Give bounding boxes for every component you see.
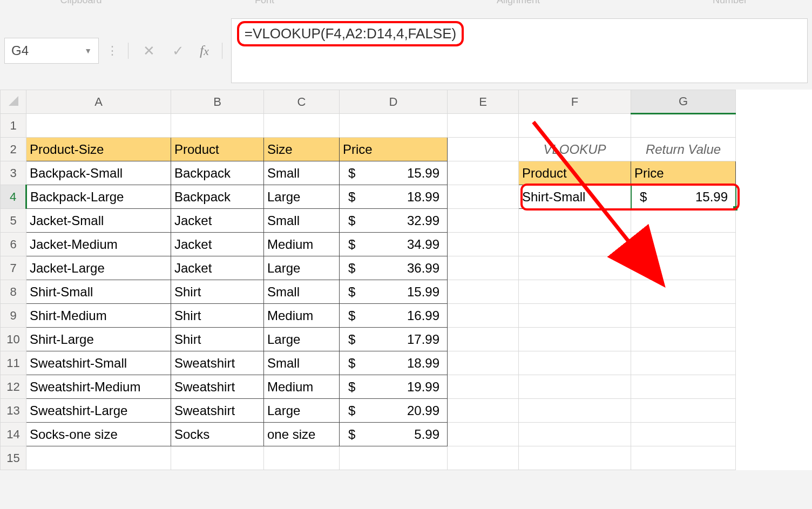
cell[interactable] (519, 304, 631, 328)
col-header-D[interactable]: D (340, 90, 448, 114)
cell[interactable] (631, 446, 736, 470)
cell[interactable] (519, 328, 631, 351)
lookup-value[interactable]: Shirt-Small (519, 185, 631, 209)
row-3[interactable]: 3Backpack-SmallBackpackSmall$15.99Produc… (1, 161, 736, 185)
cell-product-size[interactable]: Backpack-Small (26, 161, 171, 185)
cell[interactable] (631, 256, 736, 280)
cell[interactable] (264, 446, 340, 470)
enter-icon[interactable]: ✓ (166, 39, 190, 63)
cell[interactable] (631, 423, 736, 446)
price-cell[interactable]: $17.99 (340, 328, 448, 351)
cell[interactable] (519, 423, 631, 446)
cell[interactable] (631, 328, 736, 351)
row-header-14[interactable]: 14 (1, 423, 26, 446)
price-cell[interactable]: $18.99 (340, 351, 448, 375)
cell-size[interactable]: Small (264, 161, 340, 185)
cell-product-size[interactable]: Jacket-Large (26, 256, 171, 280)
row-header-12[interactable]: 12 (1, 375, 26, 399)
row-9[interactable]: 9Shirt-MediumShirtMedium$16.99 (1, 304, 736, 328)
cell[interactable] (519, 375, 631, 399)
cell[interactable] (448, 328, 519, 351)
cell-product-size[interactable]: Shirt-Small (26, 280, 171, 304)
cell-size[interactable]: Small (264, 209, 340, 233)
cell-product[interactable]: Jacket (171, 209, 264, 233)
cell[interactable] (448, 185, 519, 209)
price-cell[interactable]: $18.99 (340, 185, 448, 209)
col-header-A[interactable]: A (26, 90, 171, 114)
cell-size[interactable]: Large (264, 256, 340, 280)
cell-size[interactable]: Large (264, 399, 340, 423)
cell[interactable] (448, 233, 519, 256)
result-cell-G4[interactable]: $15.99 (631, 185, 736, 209)
cell[interactable] (519, 399, 631, 423)
cancel-icon[interactable]: ✕ (137, 39, 161, 63)
row-header-7[interactable]: 7 (1, 256, 26, 280)
cell[interactable] (631, 209, 736, 233)
cell[interactable] (631, 233, 736, 256)
row-header-11[interactable]: 11 (1, 351, 26, 375)
cell[interactable] (448, 161, 519, 185)
row-header-1[interactable]: 1 (1, 114, 26, 138)
cell-product[interactable]: Socks (171, 423, 264, 446)
row-header-6[interactable]: 6 (1, 233, 26, 256)
cell-product-size[interactable]: Backpack-Large (26, 185, 171, 209)
cell[interactable] (519, 209, 631, 233)
row-5[interactable]: 5Jacket-SmallJacketSmall$32.99 (1, 209, 736, 233)
cell-product-size[interactable]: Jacket-Small (26, 209, 171, 233)
price-cell[interactable]: $15.99 (340, 280, 448, 304)
cell[interactable] (448, 114, 519, 138)
cell-product[interactable]: Shirt (171, 280, 264, 304)
cell-size[interactable]: Medium (264, 233, 340, 256)
row-header-8[interactable]: 8 (1, 280, 26, 304)
cell[interactable] (171, 446, 264, 470)
select-all-corner[interactable] (1, 90, 26, 114)
cell[interactable] (631, 399, 736, 423)
cell[interactable] (26, 114, 171, 138)
row-header-13[interactable]: 13 (1, 399, 26, 423)
row-15[interactable]: 15 (1, 446, 736, 470)
fx-icon[interactable]: fx (195, 43, 213, 59)
cell[interactable] (171, 114, 264, 138)
row-12[interactable]: 12Sweatshirt-MediumSweatshirtMedium$19.9… (1, 375, 736, 399)
header-price[interactable]: Price (340, 138, 448, 161)
cell-product-size[interactable]: Shirt-Medium (26, 304, 171, 328)
cell[interactable] (519, 114, 631, 138)
cell-product[interactable]: Jacket (171, 233, 264, 256)
name-box[interactable]: G4 ▼ (4, 38, 99, 64)
cell-product-size[interactable]: Shirt-Large (26, 328, 171, 351)
spreadsheet-grid[interactable]: A B C D E F G 12Product-SizeProductSizeP… (0, 90, 812, 470)
row-7[interactable]: 7Jacket-LargeJacketLarge$36.99 (1, 256, 736, 280)
chevron-down-icon[interactable]: ▼ (84, 46, 92, 55)
price-cell[interactable]: $36.99 (340, 256, 448, 280)
header-product[interactable]: Product (171, 138, 264, 161)
cell[interactable] (519, 256, 631, 280)
col-header-C[interactable]: C (264, 90, 340, 114)
cell-product[interactable]: Shirt (171, 328, 264, 351)
row-11[interactable]: 11Sweatshirt-SmallSweatshirtSmall$18.99 (1, 351, 736, 375)
cell-product[interactable]: Jacket (171, 256, 264, 280)
cell-product[interactable]: Backpack (171, 161, 264, 185)
price-cell[interactable]: $16.99 (340, 304, 448, 328)
row-header-9[interactable]: 9 (1, 304, 26, 328)
row-header-4[interactable]: 4 (1, 185, 26, 209)
price-cell[interactable]: $15.99 (340, 161, 448, 185)
cell[interactable] (448, 304, 519, 328)
cell[interactable] (340, 114, 448, 138)
row-header-10[interactable]: 10 (1, 328, 26, 351)
formula-input[interactable]: =VLOOKUP(F4,A2:D14,4,FALSE) (231, 18, 808, 83)
cell-product-size[interactable]: Socks-one size (26, 423, 171, 446)
cell[interactable] (631, 114, 736, 138)
cell-size[interactable]: Medium (264, 375, 340, 399)
price-cell[interactable]: $5.99 (340, 423, 448, 446)
cell[interactable] (631, 351, 736, 375)
cell[interactable] (448, 209, 519, 233)
row-1[interactable]: 1 (1, 114, 736, 138)
cell-size[interactable]: Large (264, 185, 340, 209)
price-cell[interactable]: $19.99 (340, 375, 448, 399)
cell-product[interactable]: Sweatshirt (171, 351, 264, 375)
cell[interactable] (448, 256, 519, 280)
cell-product-size[interactable]: Sweatshirt-Large (26, 399, 171, 423)
row-header-5[interactable]: 5 (1, 209, 26, 233)
header-product-size[interactable]: Product-Size (26, 138, 171, 161)
col-header-E[interactable]: E (448, 90, 519, 114)
